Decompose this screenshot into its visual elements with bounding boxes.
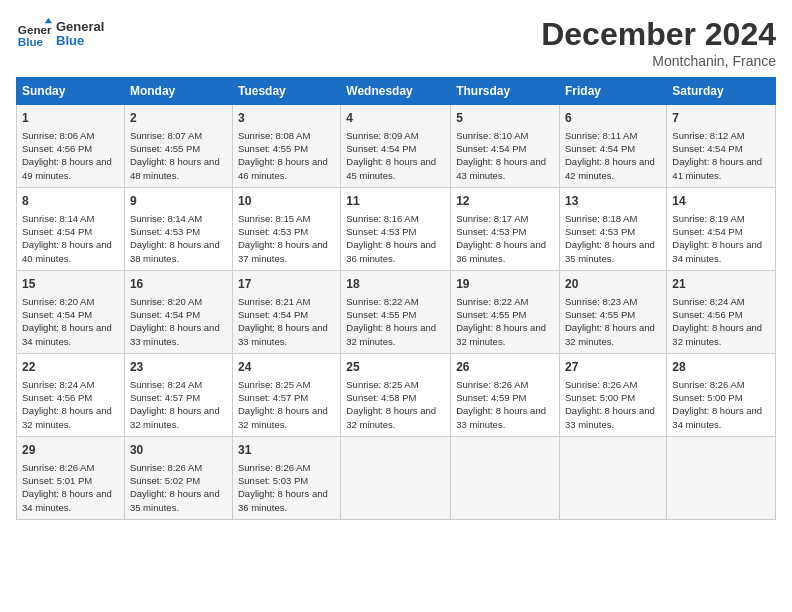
- day-number: 5: [456, 110, 554, 127]
- calendar-cell: 11Sunrise: 8:16 AMSunset: 4:53 PMDayligh…: [341, 187, 451, 270]
- daylight-label: Daylight: 8 hours and 43 minutes.: [456, 156, 546, 180]
- calendar-row: 29Sunrise: 8:26 AMSunset: 5:01 PMDayligh…: [17, 436, 776, 519]
- daylight-label: Daylight: 8 hours and 42 minutes.: [565, 156, 655, 180]
- daylight-label: Daylight: 8 hours and 46 minutes.: [238, 156, 328, 180]
- calendar-cell: 27Sunrise: 8:26 AMSunset: 5:00 PMDayligh…: [560, 353, 667, 436]
- daylight-label: Daylight: 8 hours and 32 minutes.: [672, 322, 762, 346]
- daylight-label: Daylight: 8 hours and 33 minutes.: [565, 405, 655, 429]
- daylight-label: Daylight: 8 hours and 32 minutes.: [22, 405, 112, 429]
- day-number: 18: [346, 276, 445, 293]
- daylight-label: Daylight: 8 hours and 49 minutes.: [22, 156, 112, 180]
- calendar-cell: 25Sunrise: 8:25 AMSunset: 4:58 PMDayligh…: [341, 353, 451, 436]
- calendar-row: 15Sunrise: 8:20 AMSunset: 4:54 PMDayligh…: [17, 270, 776, 353]
- day-number: 20: [565, 276, 661, 293]
- sunrise-label: Sunrise: 8:23 AM: [565, 296, 637, 307]
- sunrise-label: Sunrise: 8:22 AM: [346, 296, 418, 307]
- calendar-cell: [667, 436, 776, 519]
- calendar-cell: 21Sunrise: 8:24 AMSunset: 4:56 PMDayligh…: [667, 270, 776, 353]
- day-number: 21: [672, 276, 770, 293]
- daylight-label: Daylight: 8 hours and 41 minutes.: [672, 156, 762, 180]
- sunset-label: Sunset: 5:02 PM: [130, 475, 200, 486]
- day-number: 31: [238, 442, 335, 459]
- sunset-label: Sunset: 4:54 PM: [130, 309, 200, 320]
- col-friday: Friday: [560, 78, 667, 105]
- daylight-label: Daylight: 8 hours and 33 minutes.: [130, 322, 220, 346]
- col-wednesday: Wednesday: [341, 78, 451, 105]
- day-number: 6: [565, 110, 661, 127]
- sunset-label: Sunset: 4:59 PM: [456, 392, 526, 403]
- sunset-label: Sunset: 5:00 PM: [565, 392, 635, 403]
- daylight-label: Daylight: 8 hours and 35 minutes.: [130, 488, 220, 512]
- daylight-label: Daylight: 8 hours and 38 minutes.: [130, 239, 220, 263]
- sunset-label: Sunset: 4:53 PM: [565, 226, 635, 237]
- sunrise-label: Sunrise: 8:22 AM: [456, 296, 528, 307]
- sunrise-label: Sunrise: 8:10 AM: [456, 130, 528, 141]
- sunrise-label: Sunrise: 8:15 AM: [238, 213, 310, 224]
- location: Montchanin, France: [541, 53, 776, 69]
- weekday-header-row: Sunday Monday Tuesday Wednesday Thursday…: [17, 78, 776, 105]
- logo-text: General Blue: [56, 20, 104, 49]
- calendar-cell: 13Sunrise: 8:18 AMSunset: 4:53 PMDayligh…: [560, 187, 667, 270]
- logo: General Blue General Blue: [16, 16, 104, 52]
- sunset-label: Sunset: 4:56 PM: [22, 392, 92, 403]
- day-number: 11: [346, 193, 445, 210]
- calendar-cell: 7Sunrise: 8:12 AMSunset: 4:54 PMDaylight…: [667, 105, 776, 188]
- daylight-label: Daylight: 8 hours and 48 minutes.: [130, 156, 220, 180]
- calendar-cell: 4Sunrise: 8:09 AMSunset: 4:54 PMDaylight…: [341, 105, 451, 188]
- calendar-cell: 24Sunrise: 8:25 AMSunset: 4:57 PMDayligh…: [232, 353, 340, 436]
- sunrise-label: Sunrise: 8:19 AM: [672, 213, 744, 224]
- sunrise-label: Sunrise: 8:08 AM: [238, 130, 310, 141]
- sunrise-label: Sunrise: 8:20 AM: [130, 296, 202, 307]
- calendar-row: 22Sunrise: 8:24 AMSunset: 4:56 PMDayligh…: [17, 353, 776, 436]
- sunset-label: Sunset: 4:55 PM: [456, 309, 526, 320]
- calendar-cell: 23Sunrise: 8:24 AMSunset: 4:57 PMDayligh…: [124, 353, 232, 436]
- day-number: 19: [456, 276, 554, 293]
- sunrise-label: Sunrise: 8:06 AM: [22, 130, 94, 141]
- day-number: 15: [22, 276, 119, 293]
- sunrise-label: Sunrise: 8:20 AM: [22, 296, 94, 307]
- day-number: 28: [672, 359, 770, 376]
- daylight-label: Daylight: 8 hours and 45 minutes.: [346, 156, 436, 180]
- header: General Blue General Blue December 2024 …: [16, 16, 776, 69]
- day-number: 7: [672, 110, 770, 127]
- calendar-cell: 31Sunrise: 8:26 AMSunset: 5:03 PMDayligh…: [232, 436, 340, 519]
- calendar-cell: 6Sunrise: 8:11 AMSunset: 4:54 PMDaylight…: [560, 105, 667, 188]
- sunset-label: Sunset: 5:01 PM: [22, 475, 92, 486]
- sunrise-label: Sunrise: 8:26 AM: [130, 462, 202, 473]
- daylight-label: Daylight: 8 hours and 36 minutes.: [456, 239, 546, 263]
- calendar-table: Sunday Monday Tuesday Wednesday Thursday…: [16, 77, 776, 520]
- calendar-cell: [451, 436, 560, 519]
- calendar-cell: 8Sunrise: 8:14 AMSunset: 4:54 PMDaylight…: [17, 187, 125, 270]
- calendar-cell: [560, 436, 667, 519]
- sunset-label: Sunset: 4:53 PM: [130, 226, 200, 237]
- calendar-cell: 18Sunrise: 8:22 AMSunset: 4:55 PMDayligh…: [341, 270, 451, 353]
- day-number: 10: [238, 193, 335, 210]
- daylight-label: Daylight: 8 hours and 36 minutes.: [346, 239, 436, 263]
- sunset-label: Sunset: 4:54 PM: [672, 143, 742, 154]
- sunrise-label: Sunrise: 8:16 AM: [346, 213, 418, 224]
- daylight-label: Daylight: 8 hours and 36 minutes.: [238, 488, 328, 512]
- day-number: 1: [22, 110, 119, 127]
- daylight-label: Daylight: 8 hours and 32 minutes.: [238, 405, 328, 429]
- sunset-label: Sunset: 4:55 PM: [346, 309, 416, 320]
- calendar-cell: 26Sunrise: 8:26 AMSunset: 4:59 PMDayligh…: [451, 353, 560, 436]
- day-number: 30: [130, 442, 227, 459]
- col-tuesday: Tuesday: [232, 78, 340, 105]
- sunrise-label: Sunrise: 8:25 AM: [346, 379, 418, 390]
- sunset-label: Sunset: 4:54 PM: [565, 143, 635, 154]
- daylight-label: Daylight: 8 hours and 32 minutes.: [456, 322, 546, 346]
- sunrise-label: Sunrise: 8:26 AM: [456, 379, 528, 390]
- sunset-label: Sunset: 4:54 PM: [22, 226, 92, 237]
- calendar-cell: 30Sunrise: 8:26 AMSunset: 5:02 PMDayligh…: [124, 436, 232, 519]
- sunset-label: Sunset: 4:56 PM: [672, 309, 742, 320]
- sunrise-label: Sunrise: 8:26 AM: [672, 379, 744, 390]
- sunset-label: Sunset: 4:54 PM: [238, 309, 308, 320]
- day-number: 13: [565, 193, 661, 210]
- daylight-label: Daylight: 8 hours and 34 minutes.: [672, 239, 762, 263]
- sunrise-label: Sunrise: 8:26 AM: [22, 462, 94, 473]
- sunset-label: Sunset: 4:53 PM: [238, 226, 308, 237]
- sunset-label: Sunset: 4:54 PM: [22, 309, 92, 320]
- day-number: 24: [238, 359, 335, 376]
- day-number: 2: [130, 110, 227, 127]
- daylight-label: Daylight: 8 hours and 34 minutes.: [22, 488, 112, 512]
